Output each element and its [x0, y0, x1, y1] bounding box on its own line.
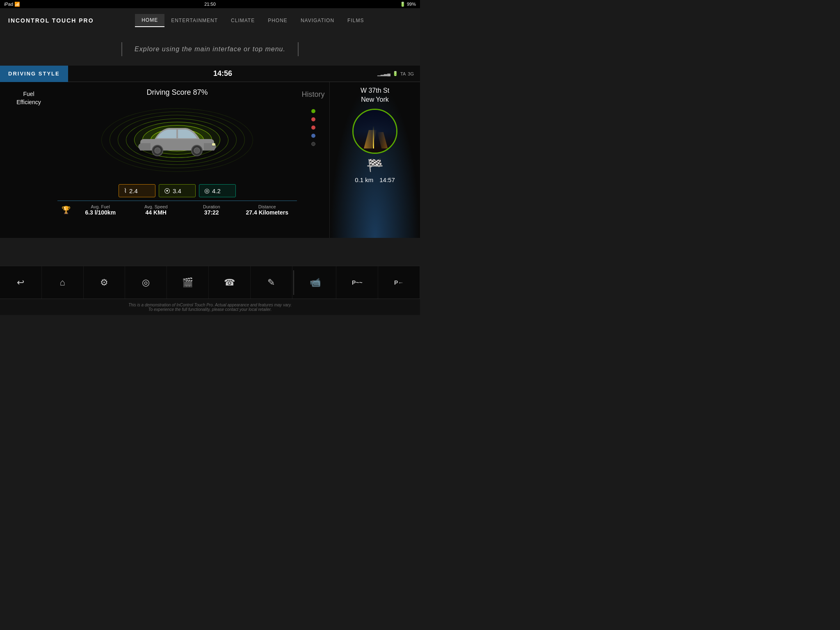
finish-flag-icon: 🏁	[368, 158, 383, 172]
top-nav: INCONTROL TOUCH PRO HOME ENTERTAINMENT C…	[0, 8, 420, 33]
road-circle	[352, 109, 397, 154]
location-text: W 37th St New York	[361, 86, 389, 105]
history-dot-5[interactable]	[311, 142, 315, 146]
nav-menu: HOME ENTERTAINMENT CLIMATE PHONE NAVIGAT…	[135, 14, 370, 27]
stat-duration: Duration 37:22	[186, 204, 237, 216]
phone-button[interactable]: ☎	[209, 266, 251, 299]
battery-status: 🔋 99%	[400, 2, 416, 7]
svg-rect-1	[140, 139, 214, 151]
history-column: History	[297, 82, 330, 238]
tyre-icon: ◎	[204, 187, 210, 194]
history-dot-3[interactable]	[311, 126, 315, 130]
left-panel: FuelEfficiency	[0, 82, 57, 238]
clock: 21:50	[204, 2, 216, 7]
nav-climate[interactable]: CLIMATE	[224, 14, 261, 27]
media-button[interactable]: 🎬	[167, 266, 209, 299]
footer: This is a demonstration of InControl Tou…	[0, 299, 420, 315]
navigation-button[interactable]: ◎	[125, 266, 167, 299]
tagline-bar: Explore using the main interface or top …	[0, 33, 420, 66]
fuel-icon: ⌇	[124, 187, 127, 194]
history-label: History	[301, 90, 324, 99]
dashboard: DRIVING STYLE 14:56 ▁▂▃▄ 🔋 TA 3G FuelEff…	[0, 66, 420, 238]
stats-row: 🏆 Avg. Fuel 6.3 l/100km Avg. Speed 44 KM…	[57, 201, 297, 219]
nav-distance: 0.1 km	[355, 176, 373, 183]
footer-line1: This is a demonstration of InControl Tou…	[128, 303, 292, 307]
nav-phone[interactable]: PHONE	[261, 14, 294, 27]
dash-status-icons: ▁▂▃▄ 🔋 TA 3G	[377, 71, 420, 76]
svg-point-3	[155, 148, 160, 153]
tyre-value: 4.2	[212, 187, 221, 194]
metrics-row: ⌇ 2.4 ⦿ 3.4 ◎ 4.2	[119, 181, 236, 201]
svg-point-5	[194, 148, 200, 153]
device-label: iPad 📶	[4, 2, 20, 7]
center-panel: Driving Score 87%	[57, 82, 297, 238]
metric-speed: ⦿ 3.4	[159, 184, 196, 197]
dash-body: FuelEfficiency Driving Score 87%	[0, 82, 420, 238]
driving-score: Driving Score 87%	[146, 82, 208, 99]
signal-bars: ▁▂▃▄	[377, 71, 390, 76]
car-image	[132, 121, 222, 159]
history-dot-2[interactable]	[311, 117, 315, 121]
stat-avg-fuel: Avg. Fuel 6.3 l/100km	[75, 204, 126, 216]
dash-header: DRIVING STYLE 14:56 ▁▂▃▄ 🔋 TA 3G	[0, 66, 420, 82]
nav-arrival-time: 14:57	[379, 176, 395, 183]
network-label: 3G	[408, 71, 414, 76]
battery-icon: 🔋	[393, 71, 398, 76]
dash-time: 14:56	[68, 69, 378, 78]
parking1-button[interactable]: P~~	[336, 266, 378, 299]
tagline-text: Explore using the main interface or top …	[121, 42, 299, 56]
parking2-button[interactable]: P←	[378, 266, 420, 299]
history-dot-1[interactable]	[311, 109, 315, 113]
speed-icon: ⦿	[164, 187, 170, 194]
distance-time-row: 0.1 km 14:57	[355, 176, 395, 183]
svg-rect-6	[212, 143, 215, 146]
speed-value: 3.4	[173, 187, 181, 194]
nav-home[interactable]: HOME	[135, 14, 164, 27]
brand-logo: INCONTROL TOUCH PRO	[8, 17, 94, 24]
camera-button[interactable]: 📹	[295, 266, 337, 299]
nav-films[interactable]: FILMS	[341, 14, 370, 27]
fuel-efficiency-label: FuelEfficiency	[16, 90, 41, 106]
nav-navigation[interactable]: NAVIGATION	[294, 14, 341, 27]
footer-line2: To experience the full functionality, pl…	[148, 307, 272, 312]
metric-tyre: ◎ 4.2	[199, 184, 236, 197]
settings-button[interactable]: ⚙	[84, 266, 126, 299]
stat-distance: Distance 27.4 Kilometers	[242, 204, 293, 216]
driving-style-label: DRIVING STYLE	[0, 66, 68, 82]
trophy-icon: 🏆	[62, 205, 71, 215]
status-bar: iPad 📶 21:50 🔋 99%	[0, 0, 420, 8]
nav-entertainment[interactable]: ENTERTAINMENT	[164, 14, 224, 27]
metric-fuel: ⌇ 2.4	[119, 184, 155, 197]
back-button[interactable]: ↩	[0, 266, 42, 299]
fuel-value: 2.4	[129, 187, 138, 194]
bottom-toolbar: ↩ ⌂ ⚙ ◎ 🎬 ☎ ✎ 📹 P~~ P←	[0, 266, 420, 299]
pen-button[interactable]: ✎	[251, 266, 292, 299]
right-panel: W 37th St New York 🏁 0.1 km 14:57	[330, 82, 420, 238]
home-button[interactable]: ⌂	[42, 266, 84, 299]
stat-avg-speed: Avg. Speed 44 KMH	[130, 204, 182, 216]
car-visual	[95, 99, 259, 181]
ta-label: TA	[400, 71, 406, 76]
history-dot-4[interactable]	[311, 134, 315, 138]
toolbar-divider	[293, 270, 294, 295]
